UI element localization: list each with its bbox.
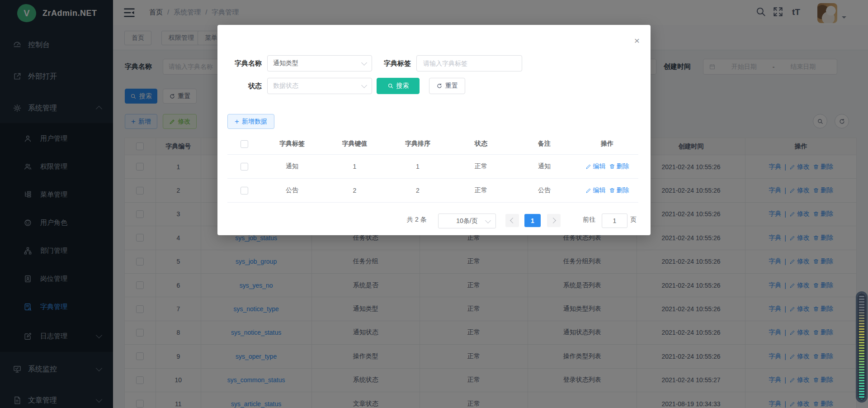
trash-icon — [609, 187, 615, 194]
dict-label-text-input[interactable] — [422, 59, 516, 67]
goto-label: 前往 — [583, 216, 595, 224]
row-edit-link[interactable]: 编辑 — [585, 186, 606, 195]
modal-status-label: 状态 — [222, 78, 262, 94]
ops-cell: 编辑删除 — [576, 186, 638, 195]
modal-dict-data-table: 字典标签 字典键值 字典排序 状态 备注 操作 通知11正常通知编辑删除公告22… — [227, 133, 638, 203]
next-page-button[interactable] — [547, 214, 561, 227]
header-dict-label: 字典标签 — [261, 140, 323, 148]
header-ops: 操作 — [576, 140, 638, 148]
dict-sort-cell: 1 — [386, 163, 449, 170]
header-dict-value: 字典键值 — [323, 140, 386, 148]
modal-dict-label-input[interactable] — [416, 55, 522, 71]
page-size-value: 10条/页 — [456, 217, 477, 225]
page-scrollbar[interactable] — [858, 293, 866, 401]
modal-reset-button[interactable]: 重置 — [429, 78, 465, 94]
chevron-down-icon — [361, 60, 367, 66]
modal-table-header-row: 字典标签 字典键值 字典排序 状态 备注 操作 — [227, 133, 638, 155]
row-ops: 编辑删除 — [585, 186, 629, 195]
modal-status-select[interactable]: 数据状态 — [267, 78, 372, 94]
header-checkbox-cell — [227, 140, 261, 148]
modal-dict-name-select[interactable]: 通知类型 — [267, 55, 372, 71]
dict-data-modal: × 字典名称 通知类型 字典标签 状态 数据状态 搜索 重置 + 新增数据 — [217, 25, 651, 235]
header-remark: 备注 — [513, 140, 576, 148]
modal-table-row: 公告22正常公告编辑删除 — [227, 179, 638, 203]
row-edit-link[interactable]: 编辑 — [585, 162, 606, 171]
select-placeholder: 数据状态 — [273, 82, 298, 90]
modal-search-button[interactable]: 搜索 — [377, 78, 420, 94]
row-delete-link[interactable]: 删除 — [609, 186, 629, 195]
page-size-select[interactable]: 10条/页 — [438, 213, 496, 228]
modal-table-body: 通知11正常通知编辑删除公告22正常公告编辑删除 — [227, 155, 638, 203]
ops-cell: 编辑删除 — [576, 162, 638, 171]
dict-value-cell: 2 — [323, 187, 386, 194]
trash-icon — [609, 163, 615, 170]
status-cell: 正常 — [449, 186, 513, 195]
goto-page-input[interactable]: 1 — [602, 213, 627, 228]
chevron-down-icon — [361, 82, 367, 88]
row-delete-link[interactable]: 删除 — [609, 162, 629, 171]
pencil-icon — [585, 187, 592, 194]
header-dict-sort: 字典排序 — [386, 140, 449, 148]
modal-table-row: 通知11正常通知编辑删除 — [227, 155, 638, 179]
status-cell: 正常 — [449, 162, 513, 171]
dict-value-cell: 1 — [323, 163, 386, 170]
modal-dict-name-label: 字典名称 — [222, 55, 262, 71]
app-root: V ZrAdmin.NET 控制台 外部打开 系统管理 用户管理 — [0, 0, 868, 408]
modal-reset-label: 重置 — [445, 82, 458, 90]
pagination-total: 共 2 条 — [407, 216, 427, 224]
close-icon[interactable]: × — [634, 36, 640, 45]
plus-icon: + — [235, 118, 239, 125]
row-checkbox[interactable] — [241, 187, 248, 195]
pencil-icon — [585, 163, 592, 170]
select-all-checkbox[interactable] — [241, 140, 248, 148]
modal-dict-label-label: 字典标签 — [371, 55, 411, 71]
modal-add-data-label: 新增数据 — [242, 118, 267, 126]
dict-label-cell: 通知 — [261, 162, 323, 171]
search-icon — [387, 83, 394, 89]
page-unit-label: 页 — [630, 216, 637, 224]
dict-label-cell: 公告 — [261, 186, 323, 195]
header-status: 状态 — [449, 140, 513, 148]
row-checkbox-cell — [227, 163, 261, 171]
refresh-icon — [436, 83, 443, 89]
row-ops: 编辑删除 — [585, 162, 629, 171]
modal-search-label: 搜索 — [396, 82, 409, 90]
current-page-button[interactable]: 1 — [524, 214, 541, 227]
chevron-down-icon — [485, 218, 491, 223]
selected-value: 通知类型 — [273, 59, 298, 67]
row-checkbox-cell — [227, 187, 261, 195]
remark-cell: 通知 — [513, 162, 576, 171]
prev-page-button[interactable] — [505, 214, 519, 227]
remark-cell: 公告 — [513, 186, 576, 195]
modal-add-data-button[interactable]: + 新增数据 — [227, 114, 274, 129]
row-checkbox[interactable] — [241, 163, 248, 171]
dict-sort-cell: 2 — [386, 187, 449, 194]
modal-pagination: 共 2 条 10条/页 1 前往 1 页 — [217, 212, 651, 228]
